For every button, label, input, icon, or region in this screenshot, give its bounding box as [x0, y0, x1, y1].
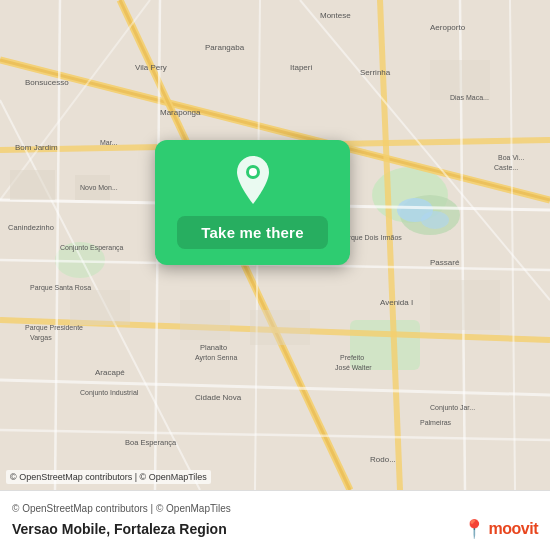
svg-text:Parque Presidente: Parque Presidente — [25, 324, 83, 332]
location-popup[interactable]: Take me there — [155, 140, 350, 265]
svg-text:Parangaba: Parangaba — [205, 43, 245, 52]
svg-text:Prefeito: Prefeito — [340, 354, 364, 361]
app-title: Versao Mobile, Fortaleza Region — [12, 521, 227, 537]
moovit-text: moovit — [489, 520, 538, 538]
svg-text:Cidade Nova: Cidade Nova — [195, 393, 242, 402]
svg-text:Montese: Montese — [320, 11, 351, 20]
svg-rect-31 — [250, 310, 310, 345]
svg-text:Serrinha: Serrinha — [360, 68, 391, 77]
svg-text:Aracapé: Aracapé — [95, 368, 125, 377]
svg-text:Conjunto Industrial: Conjunto Industrial — [80, 389, 139, 397]
bottom-bar: © OpenStreetMap contributors | © OpenMap… — [0, 490, 550, 550]
svg-text:Bonsucesso: Bonsucesso — [25, 78, 69, 87]
svg-text:Boa Vi...: Boa Vi... — [498, 154, 524, 161]
svg-point-69 — [249, 168, 257, 176]
svg-text:Vargas: Vargas — [30, 334, 52, 342]
svg-rect-30 — [180, 300, 230, 340]
map-view: Bonsucesso Parangaba Aeroporto Bom Jardi… — [0, 0, 550, 490]
svg-text:Bom Jardim: Bom Jardim — [15, 143, 58, 152]
svg-text:José Walter: José Walter — [335, 364, 372, 371]
svg-text:Maraponga: Maraponga — [160, 108, 201, 117]
svg-text:Boa Esperança: Boa Esperança — [125, 438, 177, 447]
svg-text:Parque Santa Rosa: Parque Santa Rosa — [30, 284, 91, 292]
svg-text:Vila Pery: Vila Pery — [135, 63, 167, 72]
svg-rect-33 — [430, 280, 500, 330]
svg-text:Rodo...: Rodo... — [370, 455, 396, 464]
svg-rect-3 — [350, 320, 420, 370]
svg-point-6 — [421, 211, 449, 229]
svg-text:Passaré: Passaré — [430, 258, 460, 267]
svg-text:Dias Maca...: Dias Maca... — [450, 94, 489, 101]
svg-text:Caste...: Caste... — [494, 164, 518, 171]
svg-text:Ayrton Senna: Ayrton Senna — [195, 354, 237, 362]
moovit-icon: 📍 — [463, 518, 485, 540]
attribution-text: © OpenStreetMap contributors | © OpenMap… — [12, 503, 538, 514]
take-me-there-button[interactable]: Take me there — [177, 216, 327, 249]
svg-text:Palmeiras: Palmeiras — [420, 419, 452, 426]
svg-rect-26 — [10, 170, 55, 200]
svg-text:Conjunto Esperança: Conjunto Esperança — [60, 244, 124, 252]
svg-text:Avenida I: Avenida I — [380, 298, 413, 307]
svg-rect-29 — [70, 290, 130, 325]
svg-text:Novo Mon...: Novo Mon... — [80, 184, 118, 191]
svg-text:Mar...: Mar... — [100, 139, 118, 146]
svg-text:Planalto: Planalto — [200, 343, 227, 352]
moovit-logo: 📍 moovit — [463, 518, 538, 540]
map-attribution: © OpenStreetMap contributors | © OpenMap… — [6, 470, 211, 484]
svg-text:Conjunto Jar...: Conjunto Jar... — [430, 404, 475, 412]
location-pin-icon — [227, 154, 279, 206]
svg-text:Itaperi: Itaperi — [290, 63, 312, 72]
svg-text:Canindezinho: Canindezinho — [8, 223, 54, 232]
svg-text:Aeroporto: Aeroporto — [430, 23, 466, 32]
